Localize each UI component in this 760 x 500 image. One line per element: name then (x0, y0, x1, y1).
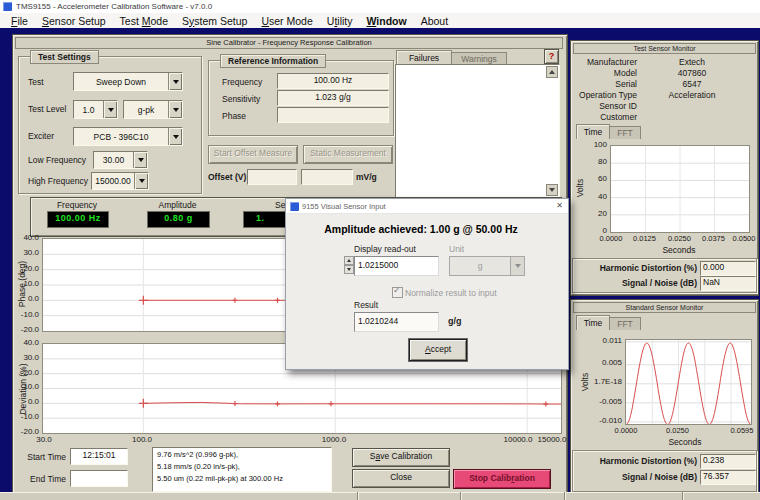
menu-bar: File Sensor Setup Test Mode System Setup… (0, 13, 760, 28)
test-monitor-tab-fft[interactable]: FFT (609, 126, 641, 139)
chevron-down-icon (133, 152, 147, 168)
end-time-label: End Time (24, 474, 66, 484)
test-sensor-monitor-title: Test Sensor Monitor (573, 43, 756, 54)
divider (460, 492, 461, 500)
scroll-down-icon[interactable] (546, 184, 558, 196)
tm-ytick: 40 (579, 192, 607, 201)
test-settings-group-label: Test Settings (30, 50, 99, 64)
save-calibration-button[interactable]: Save Calibration (352, 448, 450, 467)
standard-monitor-tab-fft[interactable]: FFT (609, 317, 641, 330)
normalize-checkbox[interactable]: ✓ (392, 287, 403, 298)
dialog-icon (290, 202, 299, 211)
signal-noise-value: NaN (700, 276, 756, 291)
close-button[interactable]: Close (352, 469, 450, 488)
spin-up-icon[interactable] (344, 256, 354, 265)
phase-ytick: 10.0 (8, 279, 39, 288)
sm-ytick: -0.005 (582, 397, 622, 406)
harmonic-distortion-label: Harmonic Distortion (%) (575, 263, 697, 273)
window-titlebar: TMS9155 - Accelerometer Calibration Soft… (0, 0, 760, 14)
accept-button[interactable]: Accept (409, 339, 467, 361)
close-icon[interactable]: ✕ (556, 201, 563, 210)
signal-noise-value: 76.357 (700, 470, 756, 485)
phase-ytick: 30.0 (8, 248, 39, 257)
test-monitor-seconds-label: Seconds (649, 245, 709, 255)
test-monitor-tab-time[interactable]: Time (576, 124, 610, 139)
app-icon (3, 2, 12, 11)
menu-test-mode[interactable]: Test Mode (113, 15, 175, 27)
menu-about[interactable]: About (414, 15, 455, 27)
manufacturer-value: Extech (637, 57, 747, 67)
info-line: 5.50 um (0.22 mil-pk-pk) at 300.00 Hz (157, 473, 327, 485)
low-frequency-select[interactable]: 30.00 (93, 151, 148, 169)
spin-down-icon[interactable] (344, 265, 354, 274)
chevron-down-icon (168, 73, 182, 90)
high-frequency-select[interactable]: 15000.00 (91, 172, 149, 190)
reference-information-group-label: Reference Information (220, 54, 326, 68)
phase-ytick: -20.0 (8, 325, 39, 334)
menu-sensor-setup[interactable]: Sensor Setup (35, 15, 113, 27)
deviation-ytick: 10.0 (8, 382, 39, 391)
deviation-ytick: 40.0 (8, 338, 39, 347)
offset-sensitivity-input[interactable] (301, 169, 353, 185)
static-measurement-button[interactable]: Static Measurement (303, 145, 393, 164)
menu-system-setup[interactable]: System Setup (175, 15, 254, 27)
phase-ytick: 20.0 (8, 264, 39, 273)
start-time-label: Start Time (24, 452, 66, 462)
sm-ytick: 0.011 (582, 336, 622, 345)
readout-input[interactable]: 1.0215000 (354, 256, 439, 276)
scroll-up-icon[interactable] (546, 66, 558, 78)
manufacturer-label: Manufacturer (572, 57, 637, 67)
deviation-ytick: 20.0 (8, 368, 39, 377)
signal-noise-label: Signal / Noise (dB) (575, 472, 697, 482)
sm-xtick: 0.0250 (662, 426, 693, 435)
tm-ytick: 100 (579, 140, 607, 149)
operation-type-value: Acceleration (637, 90, 747, 100)
phase-ytick: -10.0 (8, 310, 39, 319)
readout-stepper[interactable] (344, 256, 354, 274)
test-type-select[interactable]: Sweep Down (73, 72, 183, 91)
chevron-down-icon (168, 128, 182, 145)
test-level-unit-select[interactable]: g-pk (123, 100, 183, 119)
reference-sensitivity-label: Sensitivity (222, 94, 260, 104)
help-button[interactable]: ? (544, 49, 559, 64)
menu-user-mode[interactable]: User Mode (254, 15, 319, 27)
test-level-select[interactable]: 1.0 (73, 100, 118, 119)
menu-file[interactable]: File (4, 15, 35, 27)
sm-ytick: -0.010 (582, 416, 622, 425)
standard-monitor-tab-time[interactable]: Time (576, 315, 610, 330)
start-offset-measure-button[interactable]: Start Offset Measure (208, 145, 298, 164)
chevron-down-icon (103, 101, 117, 118)
level-info-box: 9.76 m/s^2 (0.996 g-pk), 5.18 mm/s (0.20… (152, 447, 332, 492)
result-label: Result (354, 300, 378, 310)
phase-ytick: 40.0 (8, 233, 39, 242)
stop-calibration-button[interactable]: Stop Calibration (453, 469, 551, 489)
start-time-value: 12:15:01 (70, 448, 128, 465)
reference-phase-label: Phase (222, 111, 246, 121)
exciter-select[interactable]: PCB - 396C10 (73, 127, 183, 146)
tm-ytick: 80 (579, 157, 607, 166)
standard-sensor-monitor-title: Standard Sensor Monitor (573, 302, 756, 313)
chevron-down-icon (168, 101, 182, 118)
tm-xtick: 0.0250 (664, 234, 695, 243)
standard-monitor-seconds-label: Seconds (655, 437, 715, 447)
menu-utility[interactable]: Utility (320, 15, 360, 27)
dialog-heading: Amplitude achieved: 1.00 g @ 50.00 Hz (316, 223, 526, 235)
background-window-edge (0, 492, 760, 500)
offset-input[interactable] (247, 169, 297, 185)
menu-window[interactable]: Window (360, 15, 414, 27)
failures-listbox[interactable] (395, 64, 560, 198)
model-label: Model (572, 68, 637, 78)
harmonic-distortion-value: 0.000 (700, 261, 756, 276)
high-frequency-label: High Frequency (28, 176, 88, 186)
dialog-titlebar[interactable]: 9155 Visual Sensor Input ✕ (286, 199, 568, 214)
unit-select[interactable]: g (449, 256, 525, 276)
harmonic-distortion-value: 0.238 (700, 454, 756, 469)
unit-label: Unit (449, 244, 464, 254)
offset-unit-label: mV/g (356, 172, 377, 182)
reference-sensitivity-value: 1.023 g/g (277, 90, 389, 106)
info-line: 5.18 mm/s (0.20 in/s-pk), (157, 461, 327, 473)
divider (564, 492, 565, 500)
customer-label: Customer (572, 112, 637, 122)
chevron-down-icon (134, 173, 148, 189)
sm-xtick: 0.0595 (727, 426, 757, 435)
